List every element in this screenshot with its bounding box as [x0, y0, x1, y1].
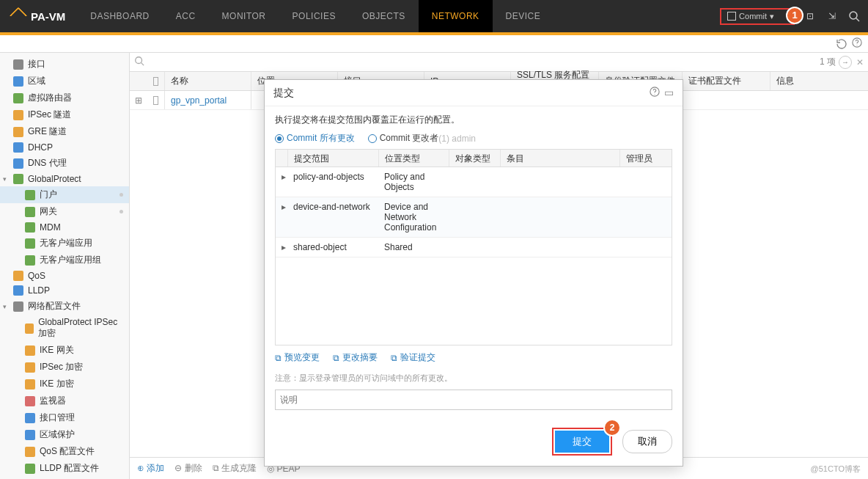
sidebar-item[interactable]: 区域保护 — [0, 426, 129, 443]
sidebar-item[interactable]: 无客户端应用 — [0, 235, 129, 252]
expand-row-icon[interactable]: ⊞ — [130, 95, 147, 106]
task-icon[interactable]: ⊡ — [803, 10, 817, 23]
radio-icon — [275, 134, 284, 143]
scope-row[interactable]: ▸device-and-networkDevice and Network Co… — [276, 197, 672, 238]
submit-button[interactable]: 提交 — [555, 431, 609, 453]
row-name-link[interactable]: gp_vpn_portal — [171, 95, 227, 106]
sidebar-item[interactable]: 接口管理 — [0, 409, 129, 426]
th-loc[interactable]: 位置类型 — [379, 150, 449, 167]
sidebar-icon — [25, 430, 35, 440]
col-cert[interactable]: 证书配置文件 — [683, 72, 770, 90]
loc-cell: Device and Network Configuration — [378, 197, 449, 237]
refresh-icon[interactable] — [836, 38, 847, 50]
clone-button[interactable]: ⧉ 生成克隆 — [213, 462, 257, 475]
sidebar-item[interactable]: 虚拟路由器 — [0, 89, 129, 106]
help-icon[interactable] — [852, 37, 862, 50]
radio-commit-all[interactable]: Commit 所有更改 — [275, 132, 355, 145]
expand-arrow-icon[interactable]: ▸ — [276, 167, 287, 197]
sidebar-item[interactable]: 无客户端应用组 — [0, 252, 129, 268]
dialog-help-icon[interactable] — [650, 87, 660, 99]
svg-line-4 — [141, 63, 144, 66]
sidebar-item[interactable]: 网关 — [0, 203, 129, 220]
sidebar-item[interactable]: LLDP 配置文件 — [0, 460, 129, 477]
sidebar-icon — [25, 345, 35, 356]
change-summary-button[interactable]: ⧉ 更改摘要 — [333, 351, 378, 364]
loc-cell: Policy and Objects — [378, 167, 449, 197]
sidebar-label: 虚拟路由器 — [28, 92, 72, 104]
topnav-objects[interactable]: OBJECTS — [349, 0, 419, 32]
sidebar-label: 接口管理 — [40, 412, 75, 424]
scope-row[interactable]: ▸policy-and-objectsPolicy and Objects — [276, 167, 672, 197]
delete-button[interactable]: ⊖ 删除 — [174, 462, 202, 475]
col-name[interactable]: 名称 — [165, 72, 251, 90]
sidebar-label: LLDP 配置文件 — [40, 462, 99, 475]
dialog-title-bar: 提交 ▭ — [265, 80, 683, 106]
cancel-button[interactable]: 取消 — [622, 430, 672, 453]
watermark: @51CTO博客 — [811, 464, 861, 475]
sidebar-item[interactable]: IPSec 隧道 — [0, 106, 129, 123]
next-page-button[interactable]: → — [839, 56, 852, 69]
search-icon[interactable] — [134, 56, 144, 68]
search-input[interactable] — [149, 57, 815, 67]
preview-changes-button[interactable]: ⧉ 预览变更 — [275, 351, 320, 364]
th-entry[interactable]: 条目 — [501, 150, 620, 167]
sidebar-label: IKE 网关 — [40, 344, 74, 356]
sidebar-label: DHCP — [28, 142, 53, 153]
status-dot — [119, 210, 123, 213]
topnav-policies[interactable]: POLICIES — [279, 0, 349, 32]
radio-icon — [368, 134, 377, 143]
sidebar-item[interactable]: IKE 网关 — [0, 342, 129, 359]
sidebar-label: GlobalProtect IPSec 加密 — [38, 317, 125, 340]
svg-line-1 — [856, 18, 859, 21]
topnav-network[interactable]: NETWORK — [419, 0, 493, 32]
expand-arrow-icon[interactable]: ▸ — [276, 238, 287, 257]
top-nav: DASHBOARDACCMONITORPOLICIESOBJECTSNETWOR… — [77, 0, 553, 32]
validate-commit-button[interactable]: ⧉ 验证提交 — [391, 351, 435, 364]
sidebar-item[interactable]: 门户 — [0, 186, 129, 203]
expand-arrow-icon[interactable]: ▸ — [276, 197, 287, 237]
submit-highlight: 提交 2 — [552, 428, 612, 456]
th-scope[interactable]: 提交范围 — [288, 150, 379, 167]
sidebar-item[interactable]: ▾GlobalProtect — [0, 172, 129, 186]
add-button[interactable]: ⊕ 添加 — [137, 462, 164, 475]
topnav-device[interactable]: DEVICE — [493, 0, 554, 32]
scope-table-header: 提交范围 位置类型 对象类型 条目 管理员 — [276, 150, 672, 167]
top-actions: Commit 1 ⊡ ⇲ — [720, 0, 868, 32]
radio-commit-by[interactable]: Commit 更改者 (1) admin — [368, 132, 476, 145]
search-icon[interactable] — [847, 10, 861, 23]
th-obj[interactable]: 对象类型 — [449, 150, 501, 167]
sidebar-label: LLDP — [28, 285, 50, 296]
export-icon[interactable]: ⇲ — [825, 10, 839, 23]
sidebar-item[interactable]: QoS — [0, 268, 129, 283]
sidebar-item[interactable]: GRE 隧道 — [0, 123, 129, 140]
sidebar-item[interactable]: MDM — [0, 220, 129, 235]
sidebar-label: GRE 隧道 — [28, 125, 67, 138]
col-info[interactable]: 信息 — [770, 72, 868, 90]
description-input[interactable] — [275, 390, 672, 410]
sidebar-icon — [25, 396, 35, 406]
sidebar-item[interactable]: DHCP — [0, 140, 129, 155]
select-all-checkbox[interactable] — [153, 77, 158, 86]
sidebar-item[interactable]: LLDP — [0, 283, 129, 298]
sidebar-item[interactable]: IKE 加密 — [0, 376, 129, 392]
sidebar-item[interactable]: IPSec 加密 — [0, 359, 129, 376]
top-bar: PA-VM DASHBOARDACCMONITORPOLICIESOBJECTS… — [0, 0, 868, 32]
sidebar-item[interactable]: ▾网络配置文件 — [0, 298, 129, 315]
sidebar-item[interactable]: 监视器 — [0, 392, 129, 409]
row-checkbox[interactable] — [153, 96, 158, 105]
sidebar-item[interactable]: QoS 配置文件 — [0, 443, 129, 460]
topnav-dashboard[interactable]: DASHBOARD — [77, 0, 163, 32]
th-admin[interactable]: 管理员 — [620, 150, 672, 167]
sidebar-item[interactable]: 接口 — [0, 56, 129, 73]
clear-icon[interactable]: ✕ — [856, 57, 864, 67]
sidebar-item[interactable]: 区域 — [0, 73, 129, 89]
topnav-monitor[interactable]: MONITOR — [209, 0, 279, 32]
scope-row[interactable]: ▸shared-objectShared — [276, 238, 672, 257]
dialog-footer: 提交 2 取消 — [265, 417, 683, 466]
sidebar-item[interactable]: DNS 代理 — [0, 155, 129, 172]
topnav-acc[interactable]: ACC — [163, 0, 209, 32]
commit-button[interactable]: Commit 1 — [720, 8, 795, 25]
scope-cell: policy-and-objects — [287, 167, 378, 197]
dialog-maximize-icon[interactable]: ▭ — [664, 87, 674, 99]
sidebar-item[interactable]: GlobalProtect IPSec 加密 — [0, 315, 129, 342]
